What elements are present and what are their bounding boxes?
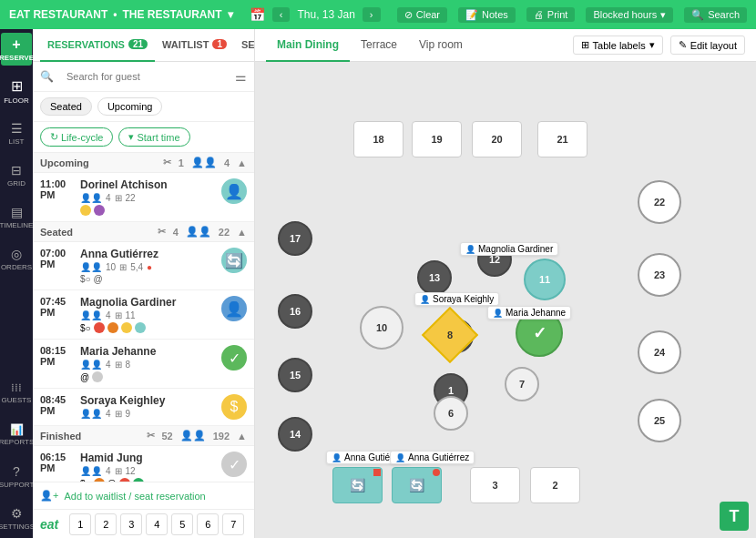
filter-icon[interactable]: ⚌ bbox=[235, 69, 247, 84]
tab-vip-room[interactable]: Vip room bbox=[408, 29, 474, 62]
sidebar-item-timeline[interactable]: ▤ TIMELINE bbox=[1, 197, 32, 237]
magnolia-covers-icon: 👤👤 bbox=[80, 310, 102, 320]
starttime-sort-btn[interactable]: ▾ Start time bbox=[118, 127, 189, 147]
notes-label: Notes bbox=[482, 9, 508, 20]
add-waitlist-btn[interactable]: 👤+ Add to waitlist / seat reservation bbox=[33, 482, 254, 509]
table-21[interactable]: 21 bbox=[537, 121, 587, 157]
sidebar-item-settings[interactable]: ⚙ SETTINGS bbox=[1, 498, 32, 538]
reservation-hamid[interactable]: 06:15 PM Hamid Jung 👤👤 4 ⊞ 12 $○ @ bbox=[33, 446, 254, 482]
reserve-btn[interactable]: + RESERVE bbox=[1, 33, 32, 66]
sidebar-item-orders[interactable]: ◎ ORDERS bbox=[1, 239, 32, 279]
table-11[interactable]: 11 bbox=[524, 259, 566, 300]
floating-t-btn[interactable]: T bbox=[720, 502, 749, 531]
page-3-btn[interactable]: 3 bbox=[120, 513, 142, 535]
finished-expand[interactable]: ▲ bbox=[237, 431, 247, 442]
table-diamond[interactable]: 8 bbox=[430, 315, 470, 355]
maria-dot-tag bbox=[92, 371, 103, 382]
soraya-covers-icon: 👤👤 bbox=[80, 409, 102, 419]
seated-expand[interactable]: ▲ bbox=[237, 227, 247, 238]
table-13[interactable]: 13 bbox=[417, 260, 452, 295]
content-tabs: Main Dining Terrace Vip room ⊞ Table lab… bbox=[255, 29, 756, 62]
sidebar-item-grid[interactable]: ⊟ GRID bbox=[1, 155, 32, 195]
page-2-btn[interactable]: 2 bbox=[95, 513, 117, 535]
seated-filter[interactable]: Seated bbox=[40, 97, 92, 116]
sidebar-item-support[interactable]: ? SUPPORT bbox=[1, 456, 32, 496]
table-24[interactable]: 24 bbox=[638, 330, 681, 374]
tab-servers[interactable]: SERVERS bbox=[234, 29, 255, 62]
print-btn[interactable]: 🖨 Print bbox=[526, 7, 576, 22]
dorinel-covers-icon: 👤👤 bbox=[80, 193, 102, 203]
date-nav: 📅 ‹ Thu, 13 Jan › bbox=[250, 7, 381, 22]
table-19[interactable]: 19 bbox=[412, 121, 462, 157]
upcoming-filter[interactable]: Upcoming bbox=[97, 97, 163, 116]
tab-reservations[interactable]: RESERVATIONS 21 bbox=[40, 29, 155, 62]
lifecycle-sort-btn[interactable]: ↻ Life-cycle bbox=[40, 127, 113, 147]
table-15[interactable]: 15 bbox=[278, 358, 312, 392]
seated-covers: 4 bbox=[173, 227, 179, 238]
table-3[interactable]: 3 bbox=[470, 467, 520, 503]
table-25[interactable]: 25 bbox=[638, 399, 681, 442]
magnolia-table: 11 bbox=[126, 310, 136, 320]
sidebar-item-guests[interactable]: ⁞⁞⁞ GUESTS bbox=[1, 372, 32, 412]
orders-label: ORDERS bbox=[1, 263, 32, 271]
restaurant-chevron[interactable]: ▾ bbox=[228, 8, 233, 21]
sort-buttons: ↻ Life-cycle ▾ Start time bbox=[33, 122, 254, 153]
page-1-btn[interactable]: 1 bbox=[69, 513, 91, 535]
reservation-maria[interactable]: 08:15 PM Maria Jehanne 👤👤 4 ⊞ 8 @ bbox=[33, 340, 254, 389]
reservation-dorinel[interactable]: 11:00 PM Dorinel Atchison 👤👤 4 ⊞ 22 bbox=[33, 173, 254, 222]
table-16[interactable]: 16 bbox=[278, 294, 312, 329]
tab-main-dining[interactable]: Main Dining bbox=[266, 29, 350, 62]
finished-counts: ✂ 52 👤👤 192 ▲ bbox=[147, 430, 248, 442]
blocked-hours-btn[interactable]: Blocked hours ▾ bbox=[586, 7, 673, 23]
guest-label-maria: Maria Jehanne bbox=[487, 306, 571, 320]
table-22[interactable]: 22 bbox=[638, 180, 681, 224]
maria-details: 👤👤 4 ⊞ 8 bbox=[80, 360, 214, 370]
table-17[interactable]: 17 bbox=[278, 221, 312, 256]
blocked-hours-chevron: ▾ bbox=[660, 9, 666, 21]
tab-terrace[interactable]: Terrace bbox=[350, 29, 408, 62]
settings-icon: ⚙ bbox=[11, 506, 23, 521]
table-labels-btn[interactable]: ⊞ Table labels ▾ bbox=[573, 36, 663, 55]
table-23[interactable]: 23 bbox=[638, 253, 681, 297]
upcoming-expand[interactable]: ▲ bbox=[237, 157, 247, 168]
prev-date-btn[interactable]: ‹ bbox=[272, 7, 291, 22]
tab-waitlist[interactable]: WAITLIST 1 bbox=[155, 29, 234, 62]
next-date-btn[interactable]: › bbox=[363, 7, 381, 22]
clear-icon: ⊘ bbox=[404, 9, 413, 21]
magnolia-label-text: Magnolia Gardiner bbox=[478, 244, 553, 254]
anna-dollar-tag: $○ bbox=[80, 274, 91, 284]
page-4-btn[interactable]: 4 bbox=[146, 513, 168, 535]
table-20[interactable]: 20 bbox=[472, 121, 522, 157]
reservation-soraya[interactable]: 08:45 PM Soraya Keighley 👤👤 4 ⊞ 9 $ bbox=[33, 389, 254, 426]
reservations-badge: 21 bbox=[128, 39, 148, 49]
table-4[interactable]: 🔄 bbox=[392, 467, 442, 503]
guest-search-input[interactable] bbox=[59, 67, 230, 86]
page-5-btn[interactable]: 5 bbox=[171, 513, 193, 535]
reports-icon: 📊 bbox=[10, 423, 24, 436]
clear-btn[interactable]: ⊘ Clear bbox=[397, 7, 447, 23]
calendar-icon: 📅 bbox=[250, 7, 265, 22]
sidebar-item-list[interactable]: ☰ LIST bbox=[1, 113, 32, 153]
notes-btn[interactable]: 📝 Notes bbox=[458, 7, 516, 23]
table-6[interactable]: 6 bbox=[434, 396, 468, 431]
table-10[interactable]: 10 bbox=[360, 306, 404, 350]
table-2[interactable]: 2 bbox=[530, 467, 580, 503]
reservation-magnolia[interactable]: 07:45 PM Magnolia Gardiner 👤👤 4 ⊞ 11 $○ bbox=[33, 290, 254, 340]
res-tabs: RESERVATIONS 21 WAITLIST 1 SERVERS bbox=[33, 29, 254, 62]
sidebar-item-reports[interactable]: 📊 REPORTS bbox=[1, 414, 32, 454]
reserve-label: RESERVE bbox=[0, 54, 34, 62]
hamid-info: Hamid Jung 👤👤 4 ⊞ 12 $○ @ bbox=[80, 452, 214, 482]
notes-icon: 📝 bbox=[465, 9, 478, 21]
page-6-btn[interactable]: 6 bbox=[197, 513, 219, 535]
edit-layout-btn[interactable]: ✎ Edit layout bbox=[670, 36, 745, 55]
dorinel-time: 11:00 PM bbox=[40, 178, 73, 200]
table-7[interactable]: 7 bbox=[505, 367, 539, 401]
table-18[interactable]: 18 bbox=[353, 121, 404, 157]
page-7-btn[interactable]: 7 bbox=[222, 513, 244, 535]
search-btn[interactable]: 🔍 Search bbox=[684, 7, 747, 23]
sidebar-item-floor[interactable]: ⊞ FLOOR bbox=[1, 71, 32, 111]
hamid-table-icon: ⊞ bbox=[115, 466, 122, 476]
table-5[interactable]: 🔄 bbox=[332, 467, 383, 503]
reservation-anna[interactable]: 07:00 PM Anna Gutiérrez 👤👤 10 ⊞ 5,4 ● $○… bbox=[33, 242, 254, 290]
table-14[interactable]: 14 bbox=[278, 417, 312, 452]
